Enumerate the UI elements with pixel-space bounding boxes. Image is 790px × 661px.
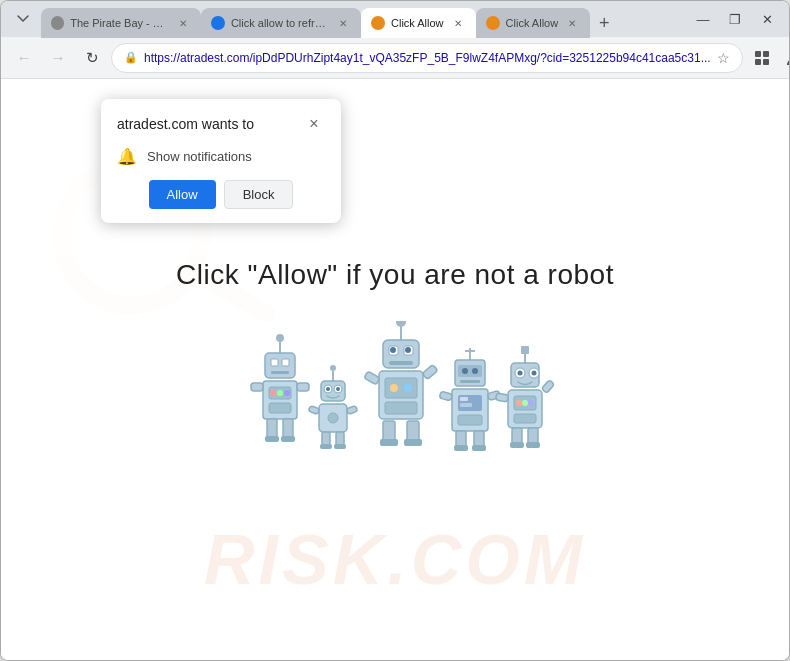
popup-permission-row: 🔔 Show notifications	[117, 147, 325, 166]
title-bar: The Pirate Bay - Th... ✕ Click allow to …	[1, 1, 789, 37]
bell-icon: 🔔	[117, 147, 137, 166]
svg-rect-78	[439, 391, 452, 401]
svg-rect-2	[755, 59, 761, 65]
svg-rect-76	[454, 445, 468, 451]
svg-rect-42	[346, 405, 357, 414]
tab4-close-button[interactable]: ✕	[564, 15, 580, 31]
svg-rect-52	[385, 378, 417, 398]
svg-point-89	[516, 400, 522, 406]
svg-point-36	[328, 413, 338, 423]
tab4-favicon	[486, 16, 500, 30]
svg-rect-15	[271, 371, 289, 374]
toolbar: ← → ↻ 🔒 https://atradest.com/ipDdPDUrhZi…	[1, 37, 789, 79]
extensions-button[interactable]	[747, 43, 777, 73]
svg-rect-72	[460, 403, 472, 407]
svg-point-29	[330, 365, 336, 371]
svg-rect-97	[541, 379, 554, 393]
svg-point-66	[462, 368, 468, 374]
svg-rect-98	[495, 393, 508, 402]
svg-rect-68	[460, 380, 480, 383]
svg-point-33	[326, 387, 330, 391]
svg-rect-13	[271, 359, 278, 366]
page-main-text: Click "Allow" if you are not a robot	[176, 259, 614, 291]
svg-point-67	[472, 368, 478, 374]
popup-permission-text: Show notifications	[147, 149, 252, 164]
tab-dropdown-button[interactable]	[9, 5, 37, 33]
allow-button[interactable]: Allow	[149, 180, 216, 209]
svg-rect-3	[763, 59, 769, 65]
svg-rect-25	[281, 436, 295, 442]
robots-svg	[235, 321, 555, 481]
back-button[interactable]: ←	[9, 43, 39, 73]
svg-rect-61	[422, 364, 438, 379]
address-bar[interactable]: 🔒 https://atradest.com/ipDdPDUrhZipt4ay1…	[111, 43, 743, 73]
forward-button[interactable]: →	[43, 43, 73, 73]
svg-rect-71	[460, 397, 468, 401]
tab1-label: The Pirate Bay - Th...	[70, 17, 169, 29]
tab-click-allow-active[interactable]: Click Allow ✕	[361, 8, 476, 38]
tab3-label: Click Allow	[391, 17, 444, 29]
svg-rect-95	[510, 442, 524, 448]
window-controls: — ❐ ✕	[689, 5, 781, 33]
tab-click-allow-4[interactable]: Click Allow ✕	[476, 8, 591, 38]
tab-bar: The Pirate Bay - Th... ✕ Click allow to …	[41, 1, 689, 37]
popup-header: atradest.com wants to ×	[117, 113, 325, 135]
toolbar-right	[747, 43, 790, 73]
lock-icon: 🔒	[124, 51, 138, 64]
block-button[interactable]: Block	[224, 180, 294, 209]
svg-point-18	[270, 390, 276, 396]
tab1-close-button[interactable]: ✕	[175, 15, 191, 31]
maximize-button[interactable]: ❐	[721, 5, 749, 33]
svg-rect-58	[380, 439, 398, 446]
minimize-button[interactable]: —	[689, 5, 717, 33]
svg-point-11	[276, 334, 284, 342]
svg-point-90	[522, 400, 528, 406]
svg-rect-41	[308, 405, 319, 414]
tab3-close-button[interactable]: ✕	[450, 15, 466, 31]
svg-rect-81	[521, 346, 529, 354]
svg-rect-26	[251, 383, 263, 391]
notification-popup: atradest.com wants to × 🔔 Show notificat…	[101, 99, 341, 223]
new-tab-button[interactable]: +	[590, 9, 618, 37]
svg-point-34	[336, 387, 340, 391]
svg-rect-50	[389, 361, 413, 365]
svg-rect-27	[297, 383, 309, 391]
address-text: https://atradest.com/ipDdPDUrhZipt4ay1t_…	[144, 51, 711, 65]
svg-point-19	[277, 390, 283, 396]
svg-rect-12	[265, 353, 295, 378]
close-button[interactable]: ✕	[753, 5, 781, 33]
robots-illustration	[235, 321, 555, 481]
svg-point-49	[405, 347, 411, 353]
tab2-close-button[interactable]: ✕	[335, 15, 351, 31]
svg-point-91	[528, 400, 534, 406]
popup-close-button[interactable]: ×	[303, 113, 325, 135]
tab1-favicon	[51, 16, 64, 30]
svg-rect-39	[320, 444, 332, 449]
svg-rect-55	[385, 402, 417, 414]
popup-title: atradest.com wants to	[117, 116, 254, 132]
svg-point-48	[390, 347, 396, 353]
browser-window: The Pirate Bay - Th... ✕ Click allow to …	[0, 0, 790, 661]
svg-rect-77	[472, 445, 486, 451]
webpage: RISK.COM atradest.com wants to × 🔔 Show …	[1, 79, 789, 660]
svg-point-86	[532, 370, 537, 375]
profile-button[interactable]	[779, 43, 790, 73]
popup-buttons: Allow Block	[117, 180, 325, 209]
tab4-label: Click Allow	[506, 17, 559, 29]
svg-rect-60	[364, 371, 380, 385]
svg-point-53	[390, 384, 398, 392]
svg-rect-40	[334, 444, 346, 449]
tab-piratebay[interactable]: The Pirate Bay - Th... ✕	[41, 8, 201, 38]
svg-rect-96	[526, 442, 540, 448]
svg-rect-1	[763, 51, 769, 57]
tab2-favicon	[211, 16, 225, 30]
svg-point-54	[404, 384, 412, 392]
reload-button[interactable]: ↻	[77, 43, 107, 73]
svg-point-20	[284, 390, 290, 396]
svg-rect-65	[458, 365, 482, 377]
tab-click-allow-refresh[interactable]: Click allow to refre... ✕	[201, 8, 361, 38]
svg-rect-73	[458, 415, 482, 425]
svg-rect-92	[514, 414, 536, 423]
bookmark-icon[interactable]: ☆	[717, 50, 730, 66]
svg-rect-24	[265, 436, 279, 442]
